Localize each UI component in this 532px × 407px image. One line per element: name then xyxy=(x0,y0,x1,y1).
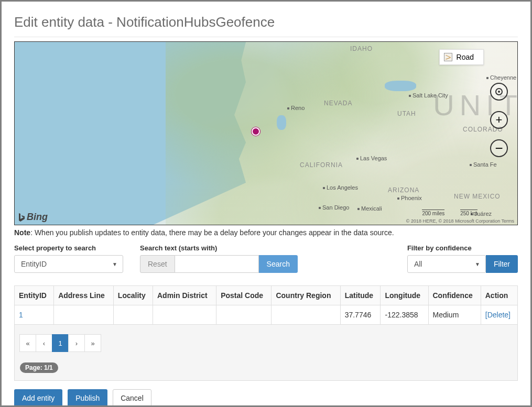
caret-down-icon: ▼ xyxy=(475,261,480,267)
delete-link[interactable]: [Delete] xyxy=(485,311,511,319)
filter-label: Filter by confidence xyxy=(407,244,518,252)
map-type-selector[interactable]: Road xyxy=(439,49,484,65)
col-admin-district: Admin District xyxy=(153,286,216,305)
property-search-group: Select property to search EntityID ▼ xyxy=(14,244,123,273)
city-label: Cheyenne xyxy=(486,74,516,81)
pager-prev[interactable]: ‹ xyxy=(36,334,52,352)
cell-country-region xyxy=(272,305,340,325)
state-label: UTAH xyxy=(397,110,416,117)
col-locality: Locality xyxy=(113,286,153,305)
city-label: Mexicali xyxy=(357,205,382,212)
map-attribution: © 2018 HERE, © 2018 Microsoft Corporatio… xyxy=(406,218,514,224)
col-address-line: Address Line xyxy=(54,286,114,305)
filter-button[interactable]: Filter xyxy=(486,255,518,273)
bing-logo: Bing xyxy=(18,212,48,223)
scroll-area[interactable]: Edit entity data - NotificationHubsGeofe… xyxy=(2,2,530,405)
cell-address-line xyxy=(54,305,114,325)
reset-button[interactable]: Reset xyxy=(140,255,175,273)
bing-icon xyxy=(18,213,25,222)
search-button[interactable]: Search xyxy=(259,255,298,273)
property-value: EntityID xyxy=(21,260,47,268)
col-confidence: Confidence xyxy=(428,286,481,305)
note-text: Note: When you publish updates to entity… xyxy=(14,228,518,237)
cell-latitude: 37.7746 xyxy=(340,305,381,325)
zoom-out-button[interactable]: − xyxy=(490,139,508,157)
confidence-select[interactable]: All ▼ xyxy=(407,255,486,273)
col-longitude: Longitude xyxy=(381,286,428,305)
pager-last[interactable]: » xyxy=(84,334,101,352)
add-entity-button[interactable]: Add entity xyxy=(14,389,62,405)
map[interactable]: IDAHOWYOMINGNEVADAUTAHCOLORADOCALIFORNIA… xyxy=(14,41,518,225)
cell-postal-code xyxy=(216,305,272,325)
map-scale: 200 miles 250 km xyxy=(422,210,477,216)
map-lake-tahoe xyxy=(277,115,286,130)
city-label: Reno xyxy=(287,105,305,111)
cell-confidence: Medium xyxy=(428,305,481,325)
page-title: Edit entity data - NotificationHubsGeofe… xyxy=(14,14,518,30)
state-label: NEVADA xyxy=(324,100,352,107)
map-controls: + − xyxy=(490,83,508,157)
publish-button[interactable]: Publish xyxy=(68,389,107,405)
city-label: San Diego xyxy=(319,204,349,211)
state-label: ARIZONA xyxy=(388,186,419,194)
note-body: : When you publish updates to entity dat… xyxy=(30,228,394,237)
cell-locality xyxy=(113,305,153,325)
locate-button[interactable] xyxy=(490,83,508,101)
pager-page-1[interactable]: 1 xyxy=(52,334,69,352)
pager-next[interactable]: › xyxy=(68,334,85,352)
dialog-window: Edit entity data - NotificationHubsGeofe… xyxy=(0,0,532,407)
cancel-button[interactable]: Cancel xyxy=(113,389,151,405)
filter-group: Filter by confidence All ▼ Filter xyxy=(407,244,518,273)
road-icon xyxy=(444,53,452,61)
map-type-label: Road xyxy=(457,53,474,61)
cell-admin-district xyxy=(153,305,216,325)
note-label: Note xyxy=(14,228,30,237)
entity-id-link[interactable]: 1 xyxy=(19,311,23,319)
footer-buttons: Add entity Publish Cancel xyxy=(14,389,518,405)
col-entityid: EntityID xyxy=(15,286,54,305)
property-select[interactable]: EntityID ▼ xyxy=(14,255,123,273)
scale-miles: 200 miles xyxy=(422,210,444,216)
zoom-in-button[interactable]: + xyxy=(490,111,508,129)
search-text-group: Search text (starts with) Reset Search xyxy=(140,244,298,273)
entity-table: EntityIDAddress LineLocalityAdmin Distri… xyxy=(14,285,518,325)
city-label: Los Angeles xyxy=(323,184,358,191)
table-row: 137.7746-122.3858Medium[Delete] xyxy=(15,305,518,325)
cell-entityid: 1 xyxy=(15,305,54,325)
city-label: Phoenix xyxy=(397,195,422,201)
confidence-value: All xyxy=(414,260,422,268)
bing-text: Bing xyxy=(27,212,48,223)
state-label: CALIFORNIA xyxy=(300,161,343,169)
divider xyxy=(14,37,518,37)
city-label: Las Vegas xyxy=(356,155,387,161)
state-label: NEW MEXICO xyxy=(454,193,501,200)
col-latitude: Latitude xyxy=(340,286,381,305)
caret-down-icon: ▼ xyxy=(112,261,117,267)
map-lake xyxy=(385,81,416,91)
cell-longitude: -122.3858 xyxy=(381,305,428,325)
page-badge: Page: 1/1 xyxy=(20,362,58,373)
col-country-region: Country Region xyxy=(272,286,340,305)
search-text-label: Search text (starts with) xyxy=(140,244,298,252)
city-label: Santa Fe xyxy=(470,161,497,168)
cell-action: [Delete] xyxy=(481,305,517,325)
pager-first[interactable]: « xyxy=(19,334,36,352)
pager: « ‹ 1 › » xyxy=(20,334,512,352)
col-action: Action xyxy=(481,286,517,305)
col-postal-code: Postal Code xyxy=(216,286,272,305)
state-label: IDAHO xyxy=(350,45,373,52)
scale-km: 250 km xyxy=(460,210,477,216)
pager-area: « ‹ 1 › » Page: 1/1 xyxy=(14,325,518,381)
property-label: Select property to search xyxy=(14,244,123,252)
search-input[interactable] xyxy=(175,255,259,273)
